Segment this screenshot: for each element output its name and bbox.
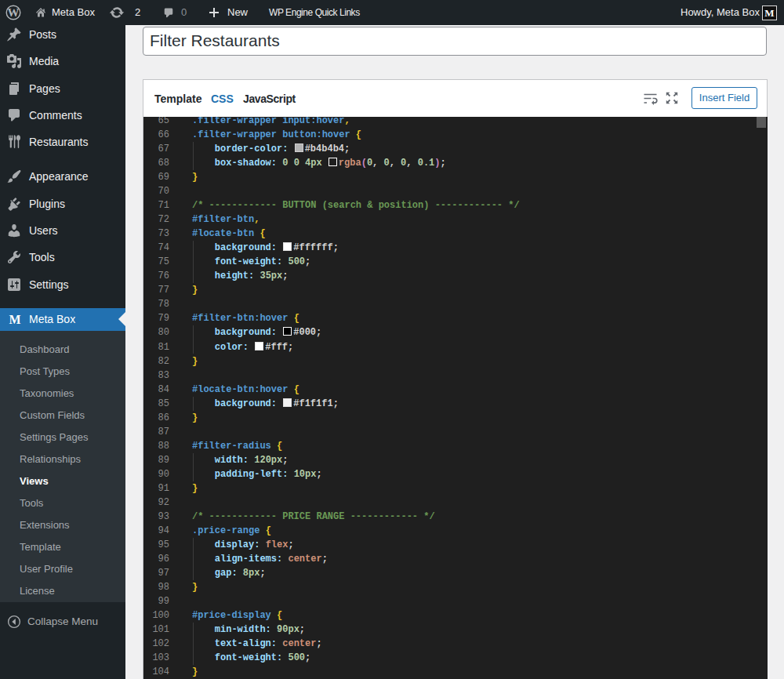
- svg-text:W: W: [8, 6, 20, 19]
